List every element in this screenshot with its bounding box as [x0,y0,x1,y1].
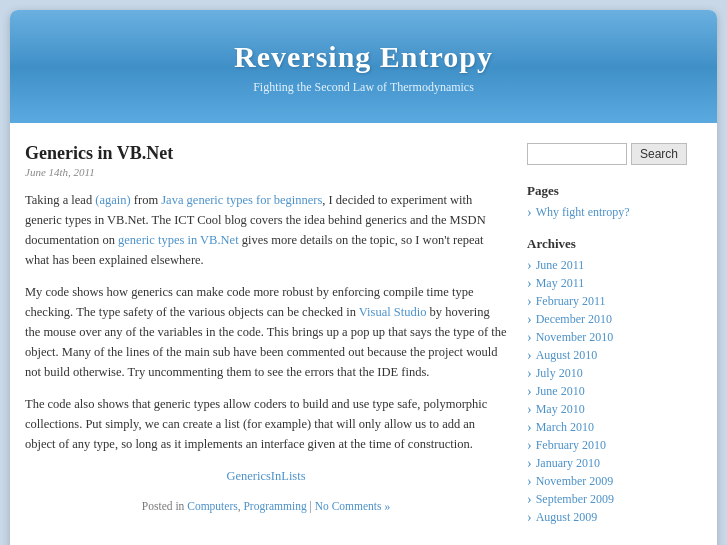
search-button[interactable]: Search [631,143,687,165]
java-generics-link[interactable]: Java generic types for beginners [161,193,322,207]
generics-in-lists-link-para: GenericsInLists [25,466,507,486]
content-area: Generics in VB.Net June 14th, 2011 Takin… [25,143,507,541]
bullet-icon: › [527,349,532,363]
post-footer: Posted in Computers, Programming | No Co… [25,500,507,512]
archive-item: ›February 2010 [527,438,702,453]
bullet-icon: › [527,206,532,220]
bullet-icon: › [527,313,532,327]
site-header: Reversing Entropy Fighting the Second La… [10,10,717,123]
post-paragraph-3: The code also shows that generic types a… [25,394,507,454]
archives-list: ›June 2011›May 2011›February 2011›Decemb… [527,258,702,525]
pages-title: Pages [527,183,702,199]
bullet-icon: › [527,331,532,345]
bullet-icon: › [527,457,532,471]
search-input[interactable] [527,143,627,165]
archive-link[interactable]: June 2010 [536,384,585,399]
archive-link[interactable]: November 2010 [536,330,614,345]
bullet-icon: › [527,277,532,291]
bullet-icon: › [527,493,532,507]
sidebar-archives-section: Archives ›June 2011›May 2011›February 20… [527,236,702,525]
archive-link[interactable]: May 2010 [536,402,585,417]
post-paragraph-1: Taking a lead (again) from Java generic … [25,190,507,270]
generics-in-lists-link[interactable]: GenericsInLists [226,469,305,483]
archive-link[interactable]: December 2010 [536,312,612,327]
post-date: June 14th, 2011 [25,166,507,178]
archive-link[interactable]: March 2010 [536,420,594,435]
archive-item: ›November 2009 [527,474,702,489]
archive-item: ›March 2010 [527,420,702,435]
archive-link[interactable]: May 2011 [536,276,585,291]
archive-item: ›September 2009 [527,492,702,507]
search-box: Search [527,143,702,165]
post-paragraph-2: My code shows how generics can make code… [25,282,507,382]
main-layout: Generics in VB.Net June 14th, 2011 Takin… [10,123,717,545]
again-link[interactable]: (again) [95,193,130,207]
archive-item: ›June 2011 [527,258,702,273]
site-container: Reversing Entropy Fighting the Second La… [10,10,717,545]
post-body: Taking a lead (again) from Java generic … [25,190,507,486]
bullet-icon: › [527,385,532,399]
archive-item: ›May 2011 [527,276,702,291]
archive-link[interactable]: August 2009 [536,510,598,525]
why-fight-entropy-link[interactable]: Why fight entropy? [536,205,630,220]
sidebar: Search Pages › Why fight entropy? Archiv… [527,143,702,541]
no-comments-link[interactable]: No Comments » [315,500,390,512]
archive-item: ›June 2010 [527,384,702,399]
bullet-icon: › [527,403,532,417]
outer-wrapper: Reversing Entropy Fighting the Second La… [0,0,727,545]
footer-label: Posted in [142,500,187,512]
archive-item: ›July 2010 [527,366,702,381]
bullet-icon: › [527,475,532,489]
archive-link[interactable]: July 2010 [536,366,583,381]
archive-item: ›February 2011 [527,294,702,309]
bullet-icon: › [527,295,532,309]
visual-studio-link[interactable]: Visual Studio [359,305,427,319]
vbnet-generics-link[interactable]: generic types in VB.Net [118,233,239,247]
category-programming-link[interactable]: Programming [243,500,306,512]
site-title: Reversing Entropy [30,40,697,74]
archive-link[interactable]: January 2010 [536,456,600,471]
bullet-icon: › [527,421,532,435]
archive-item: ›January 2010 [527,456,702,471]
archive-link[interactable]: February 2011 [536,294,606,309]
category-computers-link[interactable]: Computers [187,500,237,512]
archive-link[interactable]: November 2009 [536,474,614,489]
bullet-icon: › [527,511,532,525]
archive-link[interactable]: September 2009 [536,492,614,507]
archive-link[interactable]: August 2010 [536,348,598,363]
sidebar-pages-section: Pages › Why fight entropy? [527,183,702,220]
archives-title: Archives [527,236,702,252]
site-tagline: Fighting the Second Law of Thermodynamic… [30,80,697,95]
bullet-icon: › [527,367,532,381]
archive-item: ›August 2009 [527,510,702,525]
archive-link[interactable]: June 2011 [536,258,585,273]
bullet-icon: › [527,259,532,273]
archive-link[interactable]: February 2010 [536,438,606,453]
archive-item: ›May 2010 [527,402,702,417]
pages-item-1: › Why fight entropy? [527,205,702,220]
bullet-icon: › [527,439,532,453]
archive-item: ›August 2010 [527,348,702,363]
post-title: Generics in VB.Net [25,143,507,164]
archive-item: ›December 2010 [527,312,702,327]
archive-item: ›November 2010 [527,330,702,345]
